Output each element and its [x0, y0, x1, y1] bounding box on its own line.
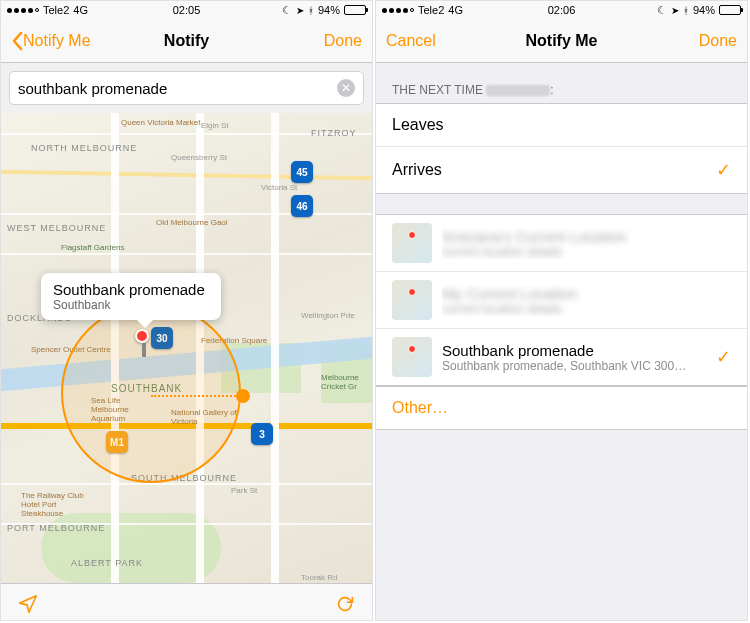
- carrier-label: Tele2: [418, 4, 444, 16]
- option-label: Leaves: [392, 116, 444, 134]
- do-not-disturb-icon: ☾: [282, 4, 292, 17]
- map-toolbar: [1, 583, 372, 621]
- callout-subtitle: Southbank: [53, 298, 205, 312]
- map-street: Park St: [231, 486, 257, 495]
- clock: 02:05: [173, 4, 201, 16]
- locate-me-button[interactable]: [17, 593, 39, 619]
- location-arrow-icon: ➤: [671, 5, 679, 16]
- map-label: WEST MELBOURNE: [7, 223, 106, 233]
- option-label: Arrives: [392, 161, 442, 179]
- section-header: THE NEXT TIME :: [376, 63, 747, 103]
- map-label: FITZROY: [311, 128, 357, 138]
- bluetooth-icon: ᚼ: [683, 5, 689, 16]
- done-button[interactable]: Done: [699, 32, 737, 50]
- location-title: Snezana's Current Location: [442, 228, 731, 245]
- location-row-selected[interactable]: Southbank promenade Southbank promenade,…: [376, 329, 747, 385]
- done-button[interactable]: Done: [324, 32, 362, 50]
- map-label: PORT MELBOURNE: [7, 523, 105, 533]
- map-poi: Queen Victoria Market: [121, 118, 200, 127]
- phone-notify-map: Tele2 4G 02:05 ☾ ➤ ᚼ 94% Notify Me Notif…: [0, 0, 373, 621]
- map-poi: The Railway Club Hotel Port Steakhouse: [21, 491, 101, 518]
- map-thumbnail-icon: [392, 223, 432, 263]
- location-subtitle: Southbank promenade, Southbank VIC 300…: [442, 359, 706, 373]
- map-callout[interactable]: Southbank promenade Southbank: [41, 273, 221, 320]
- battery-icon: [344, 5, 366, 15]
- refresh-icon: [334, 593, 356, 615]
- location-row[interactable]: Snezana's Current Location current locat…: [376, 215, 747, 272]
- nav-bar: Cancel Notify Me Done: [376, 19, 747, 63]
- map-street: Elgin St: [201, 121, 229, 130]
- location-arrow-icon: [17, 593, 39, 615]
- phone-notify-settings: Tele2 4G 02:06 ☾ ➤ ᚼ 94% Cancel Notify M…: [375, 0, 748, 621]
- battery-percent: 94%: [693, 4, 715, 16]
- back-label: Notify Me: [23, 32, 91, 50]
- nav-bar: Notify Me Notify Done: [1, 19, 372, 63]
- checkmark-icon: ✓: [716, 346, 731, 368]
- redacted-name: [486, 85, 550, 96]
- battery-icon: [719, 5, 741, 15]
- clock: 02:06: [548, 4, 576, 16]
- map-poi: Melbourne Cricket Gr: [321, 373, 371, 391]
- signal-dots-icon: [7, 8, 39, 13]
- map-thumbnail-icon: [392, 337, 432, 377]
- location-title: Southbank promenade: [442, 342, 706, 359]
- map-street: Toorak Rd: [301, 573, 337, 582]
- trigger-options-list: Leaves Arrives ✓: [376, 103, 747, 194]
- do-not-disturb-icon: ☾: [657, 4, 667, 17]
- network-label: 4G: [73, 4, 88, 16]
- status-bar: Tele2 4G 02:05 ☾ ➤ ᚼ 94%: [1, 1, 372, 19]
- bluetooth-icon: ᚼ: [308, 5, 314, 16]
- checkmark-icon: ✓: [716, 159, 731, 181]
- map-thumbnail-icon: [392, 280, 432, 320]
- route-badge: 45: [291, 161, 313, 183]
- page-title: Notify Me: [526, 32, 598, 50]
- cancel-button[interactable]: Cancel: [386, 32, 436, 50]
- location-subtitle: current location details: [442, 245, 731, 259]
- search-input[interactable]: ✕: [9, 71, 364, 105]
- map-street: Victoria St: [261, 183, 297, 192]
- route-badge: 3: [251, 423, 273, 445]
- map-poi: Flagstaff Gardens: [61, 243, 124, 252]
- geofence-circle[interactable]: [61, 303, 241, 483]
- back-button[interactable]: Notify Me: [11, 31, 91, 51]
- status-bar: Tele2 4G 02:06 ☾ ➤ ᚼ 94%: [376, 1, 747, 19]
- map-street: Queensberry St: [171, 153, 227, 162]
- search-text-field[interactable]: [18, 80, 337, 97]
- option-arrives[interactable]: Arrives ✓: [376, 147, 747, 193]
- network-label: 4G: [448, 4, 463, 16]
- location-subtitle: current location details: [442, 302, 731, 316]
- battery-percent: 94%: [318, 4, 340, 16]
- map-pin-icon[interactable]: [135, 329, 149, 343]
- route-badge: 46: [291, 195, 313, 217]
- callout-title: Southbank promenade: [53, 281, 205, 298]
- geofence-handle[interactable]: [236, 389, 250, 403]
- signal-dots-icon: [382, 8, 414, 13]
- other-location-button[interactable]: Other…: [376, 386, 747, 430]
- location-title: My Current Location: [442, 285, 731, 302]
- location-row[interactable]: My Current Location current location det…: [376, 272, 747, 329]
- map-label: NORTH MELBOURNE: [31, 143, 137, 153]
- map-street: Wellington Pde: [301, 311, 355, 320]
- refresh-button[interactable]: [334, 593, 356, 619]
- chevron-left-icon: [11, 31, 23, 51]
- map-poi: Old Melbourne Gaol: [156, 218, 228, 227]
- search-container: ✕: [1, 63, 372, 113]
- map[interactable]: NORTH MELBOURNE WEST MELBOURNE FITZROY D…: [1, 113, 372, 583]
- page-title: Notify: [164, 32, 209, 50]
- clear-icon[interactable]: ✕: [337, 79, 355, 97]
- option-leaves[interactable]: Leaves: [376, 104, 747, 147]
- locations-list: Snezana's Current Location current locat…: [376, 214, 747, 386]
- map-label: ALBERT PARK: [71, 558, 143, 568]
- location-arrow-icon: ➤: [296, 5, 304, 16]
- geofence-radius-line: [151, 395, 236, 397]
- carrier-label: Tele2: [43, 4, 69, 16]
